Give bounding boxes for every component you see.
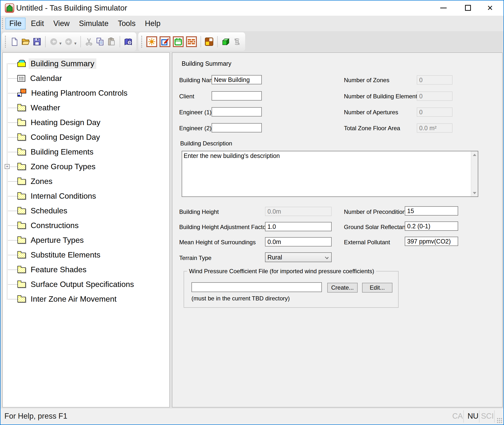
scroll-up-icon[interactable]	[471, 151, 478, 158]
folder-icon	[17, 297, 26, 302]
open-file-icon[interactable]	[21, 37, 31, 47]
num-apertures-label: Number of Apertures	[344, 109, 398, 116]
edit-button[interactable]: Edit...	[362, 283, 392, 293]
height-adjustment-input[interactable]	[265, 222, 332, 231]
toolbar: ▾ ▾ ?	[0, 31, 504, 52]
tree-item-building-elements[interactable]: Building Elements	[3, 144, 169, 159]
panel-caption: Building Summary	[182, 60, 231, 67]
save-icon[interactable]	[32, 37, 42, 47]
tree-item-label: Building Summary	[29, 58, 96, 69]
new-file-icon[interactable]	[10, 37, 19, 47]
tree-item-cooling-design-day[interactable]: Cooling Design Day	[3, 130, 169, 144]
cut-icon[interactable]	[84, 37, 94, 47]
menu-simulate[interactable]: Simulate	[75, 18, 113, 29]
toolbar-standard: ▾ ▾ ?	[2, 32, 136, 51]
help-book-icon[interactable]: ?	[123, 37, 133, 47]
view-3d-cube-icon[interactable]	[221, 37, 231, 47]
engineer2-label: Engineer (2)	[179, 125, 212, 132]
tree-item-surface-output-specifications[interactable]: Surface Output Specifications	[3, 277, 169, 292]
mean-height-input[interactable]	[265, 237, 332, 246]
folder-icon	[17, 223, 26, 229]
tree-item-label: Heating Design Day	[29, 117, 102, 128]
description-scrollbar[interactable]	[471, 151, 478, 196]
tree-item-internal-conditions[interactable]: Internal Conditions	[3, 189, 169, 203]
building-height-value	[265, 207, 332, 216]
tree-item-schedules[interactable]: Schedules	[3, 203, 169, 218]
weather-sun-icon[interactable]	[146, 36, 157, 47]
close-button[interactable]: ✕	[479, 0, 501, 15]
building-description-textarea[interactable]: Enter the new building's description	[182, 151, 478, 197]
tree-item-label: Calendar	[28, 73, 64, 84]
preconditioning-days-input[interactable]	[405, 206, 458, 216]
menu-view[interactable]: View	[49, 18, 74, 29]
wind-file-note: (must be in the current TBD directory)	[191, 295, 290, 302]
folder-icon	[17, 150, 26, 155]
external-pollutant-label: External Pollutant	[344, 239, 390, 246]
tree-item-zone-group-types[interactable]: +Zone Group Types	[3, 159, 169, 174]
calendar-icon	[17, 75, 25, 82]
constructions-bricks-icon[interactable]	[186, 36, 197, 47]
forward-icon[interactable]	[64, 37, 74, 47]
tree-item-aperture-types[interactable]: Aperture Types	[3, 233, 169, 247]
tree-item-zones[interactable]: Zones	[3, 174, 169, 189]
rotate-3d-icon[interactable]	[232, 37, 242, 47]
tree-item-feature-shades[interactable]: Feature Shades	[3, 262, 169, 277]
toolbar-separator	[120, 36, 120, 47]
internal-conditions-icon[interactable]	[160, 36, 170, 47]
app-window: Untitled - Tas Building Simulator ✕ File…	[0, 0, 504, 425]
folder-icon	[17, 267, 26, 273]
building-summary-panel: Building Summary Building Name Client En…	[172, 52, 503, 407]
tree-item-label: Aperture Types	[29, 235, 86, 245]
minimize-button[interactable]	[432, 0, 454, 15]
menu-help[interactable]: Help	[141, 18, 164, 29]
tree-item-constructions[interactable]: Constructions	[3, 218, 169, 233]
tree-item-calendar[interactable]: Calendar	[3, 71, 169, 86]
status-divider	[479, 410, 479, 423]
tree-item-label: Schedules	[29, 206, 69, 216]
back-dropdown-caret[interactable]: ▾	[59, 41, 62, 46]
tree-item-substitute-elements[interactable]: Substitute Elements	[3, 247, 169, 262]
tree-item-heating-design-day[interactable]: Heating Design Day	[3, 115, 169, 130]
folder-icon	[17, 179, 26, 185]
num-zones-value	[417, 75, 453, 85]
external-pollutant-input[interactable]	[405, 237, 458, 246]
tree-item-weather[interactable]: Weather	[3, 100, 169, 115]
create-button[interactable]: Create...	[327, 283, 358, 293]
plantroom-controls-icon	[17, 89, 26, 97]
folder-icon	[17, 194, 26, 199]
building-description-label: Building Description	[180, 140, 232, 147]
copy-icon[interactable]	[95, 37, 105, 47]
resize-grip[interactable]	[497, 418, 502, 423]
client-label: Client	[179, 93, 194, 100]
paste-icon[interactable]	[107, 37, 116, 47]
scroll-down-icon[interactable]	[471, 190, 478, 196]
engineer1-input[interactable]	[212, 107, 262, 116]
schedules-calendar-icon[interactable]	[173, 36, 184, 47]
num-zones-label: Number of Zones	[344, 77, 389, 84]
menu-tools[interactable]: Tools	[114, 18, 139, 29]
building-name-input[interactable]	[212, 75, 262, 84]
folder-icon	[17, 164, 26, 170]
menu-edit[interactable]: Edit	[27, 18, 48, 29]
wind-file-input[interactable]	[191, 282, 322, 292]
num-building-elements-label: Number of Building Elements	[344, 93, 420, 100]
ground-solar-reflectance-input[interactable]	[405, 221, 458, 231]
maximize-icon	[465, 5, 471, 11]
client-input[interactable]	[212, 91, 262, 101]
toolbar-gripper	[141, 36, 143, 48]
tree-item-heating-plantroom-controls[interactable]: Heating Plantroom Controls	[3, 86, 169, 100]
forward-dropdown-caret[interactable]: ▾	[74, 41, 76, 46]
menu-file[interactable]: File	[5, 18, 25, 29]
maximize-button[interactable]	[457, 0, 479, 15]
terrain-type-select[interactable]: Rural	[265, 252, 332, 262]
tree-item-inter-zone-air-movement[interactable]: Inter Zone Air Movement	[3, 292, 169, 306]
menu-gripper	[2, 18, 3, 29]
menu-bar: File Edit View Simulate Tools Help	[0, 16, 504, 31]
expand-plus-icon[interactable]: +	[5, 164, 10, 169]
toolbar-separator	[45, 36, 46, 47]
tree-item-label: Inter Zone Air Movement	[29, 294, 118, 304]
back-icon[interactable]	[49, 37, 59, 47]
engineer2-input[interactable]	[212, 123, 262, 132]
zones-icon[interactable]	[204, 37, 214, 47]
tree-item-building-summary[interactable]: Building Summary	[3, 56, 169, 71]
